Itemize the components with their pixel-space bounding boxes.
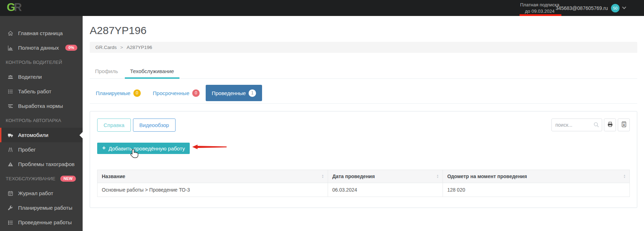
users-icon — [7, 74, 13, 80]
printer-icon — [607, 121, 613, 128]
norm-icon — [7, 103, 13, 109]
column-header-odometer[interactable]: Одометр на момент проведения — [443, 170, 630, 183]
chevron-down-icon — [622, 5, 626, 9]
column-header-date[interactable]: Дата проведения — [328, 170, 443, 183]
subtab-bar: Планируемые 0 Просроченные 0 Проведенные… — [90, 85, 637, 101]
sidebar-section-fleet-control: КОНТРОЛЬ АВТОПАРКА — [0, 113, 83, 128]
cell-work-name: Основные работы > Проведение ТО-3 — [98, 183, 328, 197]
sidebar-item-home[interactable]: Главная страница — [0, 26, 83, 40]
data-completeness-badge: 0% — [65, 45, 77, 51]
sidebar-item-label: Табель работ — [18, 88, 51, 94]
sidebar-item-timesheet[interactable]: Табель работ — [0, 84, 83, 99]
column-header-name[interactable]: Название — [98, 170, 328, 183]
account-email: 345683@087605769.ru — [556, 5, 608, 11]
tab-maintenance[interactable]: Техобслуживание — [125, 64, 179, 78]
sidebar-item-label: Планируемые работы — [18, 205, 72, 211]
sidebar-item-label: Проведенные работы — [18, 219, 72, 225]
sidebar-section-drivers-control: КОНТРОЛЬ ВОДИТЕЛЕЙ — [0, 55, 83, 70]
calendar-icon — [7, 191, 13, 196]
sidebar-item-label: Автомобили — [18, 132, 48, 138]
logo-letter-g: G — [7, 1, 14, 13]
annotation-arrow-icon — [192, 144, 228, 151]
cell-work-date: 06.03.2024 — [328, 183, 443, 197]
wrench-icon — [7, 205, 13, 211]
planned-count-badge: 0 — [133, 89, 141, 97]
sidebar-section-maintenance: ТЕХОБСЛУЖИВАНИЕ NEW — [0, 171, 83, 186]
completed-count-badge: 1 — [249, 89, 256, 97]
svg-text:x: x — [623, 123, 625, 127]
cell-work-odometer: 128 020 — [443, 183, 630, 197]
truck-icon — [7, 132, 13, 138]
tab-bar: Профиль Техобслуживание — [90, 64, 637, 79]
subtab-completed[interactable]: Проведенные 1 — [206, 85, 262, 101]
main-area: A287YP196 GR.Cards > A287YP196 Профиль Т… — [83, 16, 644, 231]
sort-icon — [322, 174, 323, 178]
bar-chart-icon — [7, 45, 13, 51]
breadcrumb-current: A287YP196 — [127, 45, 152, 50]
account-menu[interactable]: 345683@087605769.ru 50 — [556, 0, 626, 16]
warning-icon — [7, 161, 13, 167]
sort-icon — [624, 174, 625, 178]
export-excel-button[interactable]: x — [618, 119, 630, 131]
table-row: Основные работы > Проведение ТО-3 06.03.… — [98, 183, 630, 197]
excel-export-icon: x — [621, 121, 627, 128]
print-button[interactable] — [604, 119, 616, 131]
subtab-planned[interactable]: Планируемые 0 — [90, 85, 147, 101]
help-button[interactable]: Справка — [97, 119, 131, 132]
sort-icon — [437, 174, 438, 178]
sidebar-item-norm-output[interactable]: Выработка нормы — [0, 99, 83, 113]
breadcrumb-separator: > — [120, 45, 123, 50]
overdue-count-badge: 0 — [192, 89, 200, 97]
sidebar-section-label: ТЕХОБСЛУЖИВАНИЕ — [6, 176, 55, 181]
topbar: GR Платная подписка до 09.03.2024 345683… — [0, 0, 644, 16]
sidebar-item-data-completeness[interactable]: Полнота данных 0% — [0, 40, 83, 55]
plus-icon: + — [102, 144, 106, 152]
cursor-hand-icon — [129, 149, 138, 161]
maintenance-new-badge: NEW — [60, 176, 76, 182]
sidebar-item-label: Журнал работ — [18, 190, 53, 196]
sidebar-item-label: Выработка нормы — [18, 103, 63, 109]
table-header-row: Название Дата проведения Одометр на моме… — [98, 170, 630, 183]
tab-profile[interactable]: Профиль — [90, 64, 123, 78]
app-logo[interactable]: GR — [7, 1, 21, 14]
road-icon — [7, 147, 13, 153]
breadcrumb: GR.Cards > A287YP196 — [90, 42, 637, 53]
sidebar-item-label: Проблемы тахографов — [18, 161, 74, 167]
sidebar-item-label: Пробег — [18, 147, 36, 153]
sidebar-section-label: КОНТРОЛЬ ВОДИТЕЛЕЙ — [6, 60, 62, 65]
sidebar-item-vehicles[interactable]: Автомобили — [0, 128, 83, 142]
page-title: A287YP196 — [90, 24, 637, 37]
sidebar-item-completed-works[interactable]: Проведенные работы — [0, 215, 83, 230]
sidebar-item-planned-works[interactable]: Планируемые работы — [0, 200, 83, 215]
account-count-badge: 50 — [611, 4, 620, 12]
completed-works-panel: Справка Видеообзор x — [90, 111, 637, 208]
home-icon — [7, 31, 13, 36]
sidebar-item-drivers[interactable]: Водители — [0, 70, 83, 84]
subtab-overdue[interactable]: Просроченные 0 — [147, 85, 206, 101]
subscription-alert-bar — [520, 14, 561, 16]
sidebar-item-label: Полнота данных — [18, 45, 59, 51]
list-icon — [7, 220, 13, 225]
sidebar-item-mileage[interactable]: Пробег — [0, 142, 83, 157]
sidebar: Главная страница Полнота данных 0% КОНТР… — [0, 16, 83, 231]
sidebar-section-label: КОНТРОЛЬ АВТОПАРКА — [6, 118, 61, 123]
subtab-divider — [90, 103, 637, 104]
breadcrumb-root-link[interactable]: GR.Cards — [95, 45, 117, 50]
add-completed-work-button[interactable]: + Добавить проведённую работу — [97, 143, 190, 154]
sidebar-item-work-log[interactable]: Журнал работ — [0, 186, 83, 200]
completed-works-table: Название Дата проведения Одометр на моме… — [97, 170, 630, 197]
logo-letter-r: R — [14, 1, 20, 13]
video-overview-button[interactable]: Видеообзор — [133, 119, 176, 132]
timesheet-icon — [7, 89, 13, 94]
search-icon — [593, 122, 599, 129]
sidebar-item-label: Водители — [18, 74, 42, 80]
sidebar-item-label: Главная страница — [18, 30, 63, 36]
sidebar-item-tachograph-problems[interactable]: Проблемы тахографов — [0, 157, 83, 171]
